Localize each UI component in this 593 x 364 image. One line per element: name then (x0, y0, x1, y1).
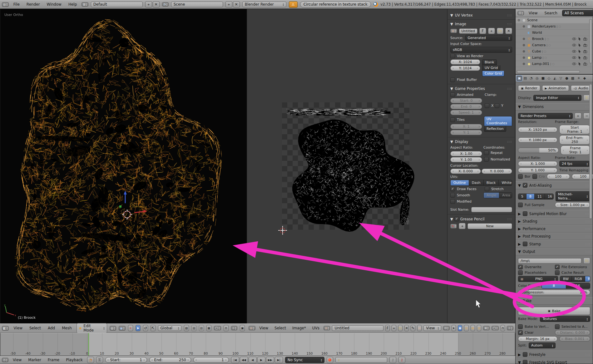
tiles-checkbox[interactable]: Tiles (450, 117, 465, 122)
section-sampled-motion-blur[interactable]: ▶Sampled Motion Blur:::: (516, 210, 593, 218)
section-output[interactable]: ▼Output:::: (516, 248, 593, 255)
tl-menu-marker[interactable]: Marker (26, 357, 43, 363)
uv-select-edge-icon[interactable]: ▥ (464, 325, 468, 331)
section-post-processing[interactable]: ▶Post Processing:::: (516, 233, 593, 240)
expander-icon[interactable]: ⊕ (522, 50, 526, 53)
properties-vertical-scrollbar[interactable] (589, 84, 592, 219)
uv-pivot-select[interactable]: View (423, 325, 441, 331)
section-freestyle-svg[interactable]: ▼Freestyle SVG Export:::: (516, 358, 593, 364)
editor-type-3dview-icon[interactable]: ◧ (2, 326, 9, 331)
output-browse-folder-icon[interactable]: 🗀 (583, 258, 590, 264)
current-frame-indicator[interactable] (88, 333, 89, 356)
section-bake[interactable]: ▼Bake:::: (516, 297, 593, 305)
outliner-horizontal-scrollbar[interactable] (517, 70, 580, 73)
aa-samples-11[interactable]: 11 (535, 194, 545, 199)
add-scene-button[interactable]: ＋ (225, 1, 232, 7)
cursor-x-field[interactable]: X: 0.000 (450, 169, 481, 174)
generated-type-uv-grid[interactable]: UV Grid (482, 65, 500, 71)
add-layout-button[interactable]: ＋ (145, 1, 152, 7)
grease-pencil-icon[interactable]: ✎ (450, 224, 457, 229)
smooth-checkbox[interactable]: Smooth (450, 193, 482, 198)
modified-checkbox[interactable]: Modified (450, 199, 472, 204)
pixel-aspect-y-field[interactable]: Y: 1.000 (518, 168, 557, 173)
bake-distance-field[interactable]: Distanc: 0.000 (555, 330, 590, 335)
menu-render[interactable]: Render (24, 2, 42, 7)
depth-8[interactable]: 8 (542, 283, 566, 288)
selectability-cursor-icon[interactable] (578, 50, 581, 53)
uv-menu-view[interactable]: View (257, 325, 270, 331)
float-buffer-checkbox[interactable]: Float Buffer (450, 77, 477, 82)
play-button[interactable]: ▶ (257, 357, 265, 363)
uv-select-vertex-icon[interactable]: ▦ (458, 325, 462, 331)
anim-end-field[interactable]: End: 0 (450, 104, 482, 109)
properties-tab-object[interactable]: ■ (540, 76, 546, 81)
bake-mode-select[interactable]: Textures (540, 316, 590, 322)
new-image-button[interactable]: ＋ (392, 325, 396, 331)
end-frame-field[interactable]: End Fram: 250 (559, 135, 590, 145)
uv-style-outline[interactable]: Outline (451, 180, 469, 185)
uv-select-island-icon[interactable]: ▨ (477, 325, 481, 331)
np-fake-user-button[interactable]: F (479, 28, 486, 34)
np-image-name[interactable]: Untitled (459, 28, 478, 34)
aa-samples-8[interactable]: 8 (526, 194, 535, 199)
snap-magnet-icon[interactable]: ∩ (224, 325, 229, 331)
renderability-camera-icon[interactable] (583, 37, 587, 41)
uv-snap-selector[interactable]: ⊡ (443, 326, 450, 330)
mapping-uv-coordinates[interactable]: UV Coordinates (484, 116, 512, 126)
frame-rate-select[interactable]: 24 fps (559, 161, 590, 167)
play-reverse-button[interactable]: ◀ (249, 357, 257, 363)
uv-style-dash[interactable]: Dash (469, 180, 484, 185)
image-x-field[interactable]: X: 1024 (450, 59, 480, 65)
frame-start-field[interactable]: Start:1 (105, 357, 147, 363)
file-extensions-checkbox[interactable]: ✓File Extensions (555, 265, 587, 269)
border-checkbox[interactable]: Bor (518, 174, 531, 179)
properties-tab-render[interactable]: ▣ (516, 76, 522, 81)
properties-tab-modifiers[interactable]: ◭ (552, 76, 558, 81)
expander-icon[interactable]: ⊕ (522, 43, 526, 47)
selectability-cursor-icon[interactable] (578, 62, 581, 66)
uv-menu-uvs[interactable]: UVs (310, 325, 322, 331)
preset-add-button[interactable]: ＋ (575, 113, 581, 119)
bake-split-select[interactable]: Autom (529, 342, 556, 348)
keying-set-field[interactable]: ⚷ (335, 357, 387, 363)
bake-margin-field[interactable]: Margin: 16 px (518, 336, 557, 342)
properties-tab-world[interactable]: ◎ (534, 76, 540, 81)
section-game-properties[interactable]: ▼Game Properties:::: (450, 86, 512, 91)
menu-window[interactable]: Window (45, 2, 64, 7)
unlink-image-button[interactable]: ✕ (404, 325, 409, 331)
bake-bias-field[interactable]: Bias: 0.001 (559, 336, 590, 342)
sync-mode-select[interactable]: No Sync (285, 357, 324, 363)
render-display-select[interactable]: Image Editor (533, 95, 581, 101)
anim-start-field[interactable]: Start: 0 (450, 98, 482, 103)
vp-menu-add[interactable]: Add (46, 325, 57, 331)
properties-tab-scene[interactable]: ◔ (528, 76, 534, 81)
pixel-aspect-x-field[interactable]: X: 1.000 (518, 161, 557, 166)
sticky-selection-selector[interactable]: ⊞ (483, 326, 490, 330)
tl-menu-view[interactable]: View (11, 357, 24, 363)
visibility-eye-icon[interactable] (572, 50, 576, 53)
uv-proportional-selector[interactable]: ◯ (492, 326, 499, 330)
outliner-menu-search[interactable]: Search (542, 10, 560, 16)
section-grease-pencil[interactable]: ▼✓Grease Pencil:::: (450, 217, 512, 221)
fake-user-button[interactable]: F (385, 325, 390, 331)
channels-bw[interactable]: BW (560, 276, 572, 282)
bake-clear-checkbox[interactable]: ✓Clear (518, 330, 553, 335)
uv-snap-target-selector[interactable]: ⊹ (507, 326, 513, 330)
pivot-point-selector[interactable]: ◉ (119, 326, 126, 331)
properties-tab-texture[interactable]: ▩ (570, 76, 576, 81)
layer-cube-2-icon[interactable]: ▧ (191, 325, 196, 331)
image-name-field[interactable]: Untitled (332, 325, 383, 331)
tiles-y-field[interactable]: Y: 1 (450, 130, 482, 135)
aa-samples-16[interactable]: 16 (545, 194, 554, 199)
lock-time-cursor-icon[interactable]: ⚿ (96, 357, 103, 363)
outliner-item-camera[interactable]: ⊕▦Camera| ◌ (516, 42, 593, 48)
outliner-item-renderlayers[interactable]: ⊕▤RenderLayers| ◌ (516, 23, 593, 30)
draw-faces-checkbox[interactable]: ✓Draw Faces (450, 187, 483, 191)
delete-keyframe-button[interactable]: ⚷ (398, 357, 405, 363)
compression-slider[interactable]: Compression:15% (518, 290, 590, 295)
section-performance[interactable]: ▶Performance:::: (516, 225, 593, 233)
expander-icon[interactable]: ⊕ (522, 25, 526, 28)
uv-menu-select[interactable]: Select (272, 325, 288, 331)
jump-to-start-button[interactable]: |◀ (231, 357, 239, 363)
menu-file[interactable]: File (11, 2, 22, 7)
